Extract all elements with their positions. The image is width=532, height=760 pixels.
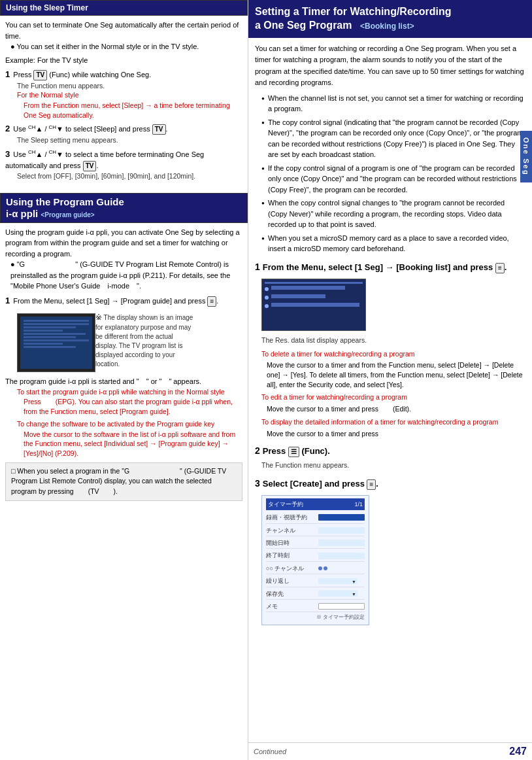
right-step-1-text: From the Menu, select [1 Seg] → [Booking… — [263, 261, 507, 275]
ms-line-4 — [271, 303, 359, 307]
right-step-3-header: 3 Select [Create] and press ≡. — [255, 476, 525, 491]
step-1-red-label-2: To edit a timer for watching/recording a… — [261, 392, 525, 403]
right-step-2-text: Press ☰ (Func). — [263, 445, 330, 458]
form-header: タイマー予約 1/1 — [266, 498, 365, 510]
sleep-timer-example: Example: For the TV style — [5, 55, 242, 66]
form-label-8: メモ — [266, 602, 318, 611]
func-key-2: ☰ — [288, 447, 299, 457]
right-bullet-4: When the copy control signal changes to … — [261, 198, 525, 230]
form-value-3 — [318, 540, 365, 546]
page-number: 247 — [509, 746, 527, 757]
step-3-subnote: Select from [OFF], [30min], [60min], [90… — [17, 171, 242, 181]
right-step-1-number: 1 — [255, 260, 260, 274]
step-2-number: 2 — [5, 124, 10, 133]
screen-lines — [24, 320, 89, 349]
pg-step-1-number: 1 — [5, 296, 10, 305]
step-1-text: Press TV (Func) while watching One Seg. — [13, 71, 151, 78]
menu-key-1: ≡ — [207, 296, 216, 307]
right-header-sub: <Booking list> — [360, 22, 414, 31]
screen-line-3 — [24, 326, 76, 328]
screen-line-8 — [24, 343, 63, 345]
screen-line-6 — [24, 336, 76, 338]
right-bullet-3: If the copy control signal of a program … — [261, 163, 525, 196]
step-image-block: ※ The display shown is an image for expl… — [5, 309, 242, 376]
program-guide-bullet1: "G " (G-GUIDE TV Program List Remote Con… — [10, 259, 242, 292]
pg-red-label-2: To change the software to be activated b… — [17, 419, 242, 430]
form-value-1 — [318, 514, 365, 521]
form-title: タイマー予約 — [268, 500, 303, 509]
form-count: 1/1 — [354, 500, 363, 509]
sleep-timer-bullet: You can set it either in the Normal styl… — [10, 41, 242, 52]
step-2-subnote: The Sleep setting menu appears. — [17, 135, 242, 145]
step-1-res-note: The Res. data list display appears. — [261, 335, 525, 346]
screen-inner — [20, 317, 92, 369]
step-3-number: 3 — [5, 149, 10, 159]
step-1-subnote: The Function menu appears. — [17, 81, 242, 91]
screen-image-wrapper — [5, 309, 90, 376]
right-bullet-5: When you set a microSD memory card as a … — [261, 233, 525, 254]
step-2-block: 2 Use CH▲ / CH▼ to select [Sleep] and pr… — [5, 122, 242, 145]
step-1-number: 1 — [5, 69, 10, 79]
right-content: You can set a timer for watching or reco… — [255, 43, 525, 626]
step-1-red-text-3: Move the cursor to a timer and press — [267, 429, 525, 439]
step-1-red-label-1: To delete a timer for watching/recording… — [261, 349, 525, 360]
pg-red-text-2: Move the cursor to the software in the l… — [24, 430, 242, 458]
right-step-3: 3 Select [Create] and press ≡. タイマー予約 1/… — [255, 476, 525, 625]
continued-text: Continued — [254, 748, 286, 755]
appears-text: The program guide i-α ppli is started an… — [5, 376, 242, 387]
image-note-block: ※ The display shown is an image for expl… — [95, 312, 193, 369]
right-step-2: 2 Press ☰ (Func). The Function menu appe… — [255, 443, 525, 471]
form-label-1: 録画・視聴予約 — [266, 513, 318, 522]
ms-dot-1 — [265, 287, 269, 291]
right-column: Setting a Timer for Watching/Recording a… — [248, 0, 532, 760]
pg-red-text-1: Press (EPG). You can also start the prog… — [24, 397, 242, 416]
step-1-red-label: For the Normal style — [17, 90, 242, 101]
form-row-5: ○○ チャンネル — [266, 563, 365, 574]
notice-box: When you select a program in the "G " (G… — [5, 462, 242, 501]
form-row-2: チャンネル — [266, 525, 365, 536]
right-step-2-number: 2 — [255, 443, 260, 458]
menu-key-3: ≡ — [367, 479, 376, 490]
right-bullet-1: When the channel list is not set, you ca… — [261, 93, 525, 114]
step-1-red-text-2: Move the cursor to a timer and press (Ed… — [267, 404, 525, 414]
tv-key-2: TV — [152, 124, 166, 135]
sleep-timer-intro: You can set to terminate One Seg automat… — [5, 20, 242, 41]
program-guide-subtitle-text: i-α ppli — [6, 208, 38, 219]
form-value-8 — [318, 603, 365, 610]
form-label-6: 繰り返し — [266, 576, 318, 585]
pg-red-label-1: To start the program guide i-α ppli whil… — [17, 387, 242, 398]
screen-line-4 — [24, 330, 63, 332]
image-note-text: The display shown is an image for explan… — [95, 314, 193, 368]
booking-list-screen — [261, 279, 366, 331]
right-header: Setting a Timer for Watching/Recording a… — [248, 0, 532, 38]
form-value-2 — [318, 527, 365, 534]
right-header-title: Setting a Timer for Watching/Recording a… — [255, 5, 525, 33]
form-row-3: 開始日時 — [266, 538, 365, 549]
sleep-timer-header: Using the Sleep Timer — [0, 0, 248, 16]
ms-dot-2 — [265, 296, 269, 300]
form-dot-1 — [318, 566, 322, 570]
program-guide-sub: <Program guide> — [41, 211, 94, 218]
form-footer-note: ※ タイマー予約設定 — [266, 613, 365, 622]
ms-line-2 — [271, 286, 345, 290]
screen-line-9 — [24, 346, 76, 348]
form-dot-2 — [324, 566, 327, 570]
form-label-4: 終了時刻 — [266, 551, 318, 560]
right-step-1-header: 1 From the Menu, select [1 Seg] → [Booki… — [255, 260, 525, 275]
screen-line-5 — [24, 333, 86, 335]
screen-line-7 — [24, 339, 89, 341]
form-dots — [318, 566, 365, 570]
image-note-symbol: ※ — [95, 313, 102, 322]
program-guide-title-text: Using the Program Guide — [6, 196, 124, 207]
form-select-2 — [318, 591, 357, 596]
step-3-block: 3 Use CH▲ / CH▼ to select a time before … — [5, 148, 242, 181]
program-guide-content: Using the program guide i-α ppli, you ca… — [0, 223, 248, 509]
ms-dot-3 — [265, 304, 269, 308]
right-step-3-text: Select [Create] and press ≡. — [263, 477, 378, 491]
ms-line-3 — [271, 294, 325, 298]
bottom-bar: Continued 247 — [248, 742, 532, 760]
right-intro: You can set a timer for watching or reco… — [255, 43, 525, 89]
pg-step-1-block: 1 From the Menu, select [1 Seg] → [Progr… — [5, 294, 242, 307]
step-2-text: Use CH▲ / CH▼ to select [Sleep] and pres… — [13, 125, 167, 133]
sleep-timer-content: You can set to terminate One Seg automat… — [0, 16, 248, 188]
